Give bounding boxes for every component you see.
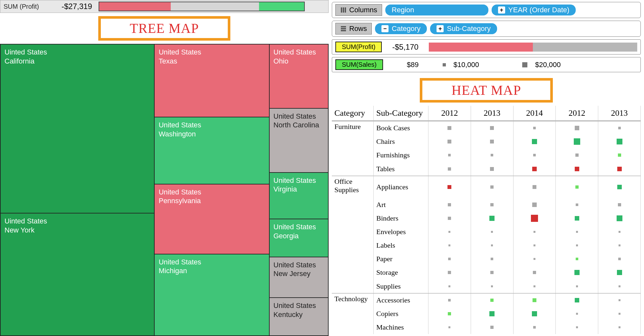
expand-icon[interactable]: + — [437, 25, 444, 32]
heatmap-cell[interactable] — [598, 135, 641, 148]
heatmap-cell[interactable] — [514, 162, 556, 176]
heatmap-cell[interactable] — [598, 225, 641, 239]
heatmap-cell[interactable] — [428, 135, 471, 148]
pill-category[interactable]: − Category — [375, 23, 427, 34]
pill-subcategory[interactable]: + Sub-Category — [430, 23, 497, 34]
heatmap-cell[interactable] — [598, 162, 641, 176]
treemap-cell[interactable]: United StatesGeorgia — [269, 219, 328, 257]
heatmap-cell[interactable] — [471, 293, 514, 307]
heatmap-cell[interactable] — [514, 121, 556, 135]
heatmap-cell[interactable] — [428, 266, 471, 279]
heatmap-cell[interactable] — [471, 162, 514, 176]
heatmap-cell[interactable] — [556, 198, 598, 212]
heatmap-cell[interactable] — [598, 321, 641, 334]
heatmap-cell[interactable] — [598, 198, 641, 212]
heatmap-cell[interactable] — [514, 135, 556, 148]
heatmap-cell[interactable] — [556, 148, 598, 162]
treemap-cell[interactable]: United StatesTexas — [154, 44, 269, 117]
heatmap-category — [332, 135, 374, 148]
heatmap-cell[interactable] — [556, 321, 598, 334]
treemap-cell[interactable]: United StatesMichigan — [154, 254, 269, 336]
treemap-cell[interactable]: United StatesOhio — [269, 44, 328, 108]
heatmap-cell[interactable] — [428, 307, 471, 321]
heatmap-cell[interactable] — [428, 225, 471, 239]
pill-year[interactable]: + YEAR (Order Date) — [492, 5, 576, 15]
heatmap-cell[interactable] — [514, 212, 556, 225]
collapse-icon[interactable]: − — [381, 25, 389, 32]
heatmap-cell[interactable] — [471, 121, 514, 135]
heatmap-cell[interactable] — [514, 198, 556, 212]
treemap-cell[interactable]: Uinted StatesCalifornia — [0, 44, 154, 213]
heatmap-cell[interactable] — [514, 225, 556, 239]
heatmap-cell[interactable] — [556, 135, 598, 148]
heatmap-cell[interactable] — [471, 266, 514, 279]
heatmap-cell[interactable] — [428, 176, 471, 198]
heatmap-cell[interactable] — [556, 307, 598, 321]
heatmap-cell[interactable] — [514, 307, 556, 321]
heatmap-cell[interactable] — [428, 162, 471, 176]
heatmap-cell[interactable] — [428, 280, 471, 293]
heatmap-cell[interactable] — [428, 321, 471, 334]
heatmap-cell[interactable] — [428, 198, 471, 212]
heatmap-cell[interactable] — [598, 148, 641, 162]
heatmap-cell[interactable] — [471, 212, 514, 225]
heatmap-cell[interactable] — [514, 280, 556, 293]
heatmap-cell[interactable] — [556, 266, 598, 279]
heatmap-cell[interactable] — [471, 198, 514, 212]
heatmap-cell[interactable] — [428, 212, 471, 225]
treemap-cell[interactable]: United StatesVirginia — [269, 173, 328, 219]
heatmap-cell[interactable] — [556, 239, 598, 252]
heatmap-cell[interactable] — [471, 239, 514, 252]
heatmap-cell[interactable] — [428, 148, 471, 162]
heatmap-cell[interactable] — [598, 252, 641, 266]
heatmap-cell[interactable] — [514, 148, 556, 162]
heatmap-cell[interactable] — [428, 239, 471, 252]
heatmap-cell[interactable] — [514, 252, 556, 266]
heatmap-cell[interactable] — [514, 176, 556, 198]
heatmap-cell[interactable] — [598, 176, 641, 198]
heatmap-cell[interactable] — [471, 280, 514, 293]
heatmap-cell[interactable] — [471, 252, 514, 266]
heatmap-cell[interactable] — [556, 225, 598, 239]
heatmap-cell[interactable] — [514, 239, 556, 252]
heatmap-cell[interactable] — [471, 176, 514, 198]
heatmap-cell[interactable] — [556, 252, 598, 266]
heatmap-cell[interactable] — [471, 148, 514, 162]
heatmap-cell[interactable] — [598, 266, 641, 279]
columns-shelf[interactable]: Columns Region + YEAR (Order Date) — [332, 2, 641, 18]
heatmap-cell[interactable] — [471, 321, 514, 334]
heatmap-cell[interactable] — [598, 212, 641, 225]
heatmap-cell[interactable] — [471, 307, 514, 321]
treemap-cell[interactable]: United StatesPennsylvania — [154, 184, 269, 254]
expand-icon[interactable]: + — [498, 6, 505, 14]
heatmap-cell[interactable] — [471, 225, 514, 239]
heatmap-cell[interactable] — [556, 121, 598, 135]
heatmap-cell[interactable] — [428, 252, 471, 266]
heatmap-cell[interactable] — [556, 293, 598, 307]
svg-rect-5 — [341, 30, 346, 31]
treemap-cell[interactable]: United StatesNew Jersey — [269, 257, 328, 298]
heatmap-cell[interactable] — [556, 280, 598, 293]
treemap-cell[interactable]: United StatesWashington — [154, 117, 269, 184]
treemap-chart[interactable]: Uinted StatesCaliforniaUinted StatesNew … — [0, 44, 329, 336]
heatmap-cell[interactable] — [428, 293, 471, 307]
heatmap-chart[interactable]: CategorySub-Category20122013201420122013… — [332, 106, 641, 334]
treemap-cell[interactable]: United StatesNorth Carolina — [269, 108, 328, 173]
heatmap-cell[interactable] — [598, 280, 641, 293]
heatmap-cell[interactable] — [598, 293, 641, 307]
treemap-cell[interactable]: United StatesKentucky — [269, 298, 328, 336]
heatmap-cell[interactable] — [598, 121, 641, 135]
heatmap-cell[interactable] — [428, 121, 471, 135]
heatmap-cell[interactable] — [598, 239, 641, 252]
heatmap-cell[interactable] — [514, 321, 556, 334]
heatmap-cell[interactable] — [556, 176, 598, 198]
treemap-cell[interactable]: Uinted StatesNew York — [0, 213, 154, 336]
heatmap-cell[interactable] — [556, 212, 598, 225]
rows-shelf[interactable]: Rows − Category + Sub-Category — [332, 21, 641, 37]
heatmap-cell[interactable] — [471, 135, 514, 148]
heatmap-cell[interactable] — [556, 162, 598, 176]
pill-region[interactable]: Region — [385, 5, 488, 15]
heatmap-cell[interactable] — [598, 307, 641, 321]
heatmap-cell[interactable] — [514, 293, 556, 307]
heatmap-cell[interactable] — [514, 266, 556, 279]
